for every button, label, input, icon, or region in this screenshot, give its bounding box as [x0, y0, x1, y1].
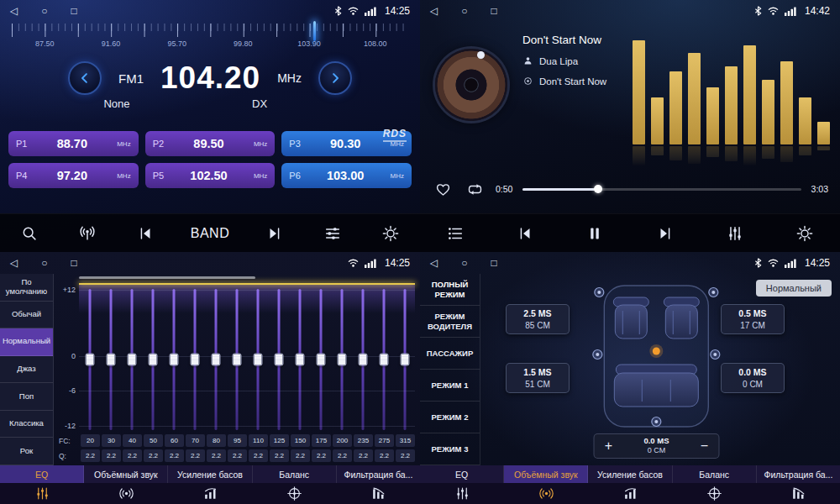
bass-boost-icon[interactable] — [588, 486, 672, 501]
delay-front-left[interactable]: 2.5 MS 85 CM — [506, 304, 570, 334]
surround-mode-item[interactable]: РЕЖИМ 1 — [420, 370, 480, 402]
eq-q-value[interactable]: 2.2 — [144, 449, 163, 462]
eq-slider-handle[interactable] — [106, 354, 115, 366]
back-nav-icon[interactable]: ◁ — [10, 6, 18, 16]
home-nav-icon[interactable]: ○ — [461, 258, 467, 268]
eq-slider-handle[interactable] — [379, 354, 388, 366]
eq-band-slider[interactable] — [163, 289, 184, 430]
tab-bass-boost[interactable]: Усиление басов — [588, 465, 672, 483]
eq-q-value[interactable]: 2.2 — [102, 449, 121, 462]
band-button[interactable]: BAND — [191, 226, 229, 241]
sound-preset-button[interactable]: Нормальный — [756, 280, 832, 297]
tab-balance[interactable]: Баланс — [253, 465, 337, 483]
eq-band-slider[interactable] — [394, 289, 415, 430]
tab-filter[interactable]: Фильтрация ба... — [337, 465, 420, 483]
eq-slider-handle[interactable] — [190, 354, 199, 366]
playlist-button[interactable] — [443, 221, 468, 246]
bass-boost-icon[interactable] — [168, 486, 252, 501]
eq-band-slider[interactable] — [331, 289, 352, 430]
eq-q-value[interactable]: 2.2 — [354, 449, 373, 462]
surround-mode-item[interactable]: РЕЖИМ 3 — [420, 433, 480, 465]
eq-slider-handle[interactable] — [358, 354, 367, 366]
eq-preset-item[interactable]: Обычай — [0, 302, 53, 329]
delay-rear-left[interactable]: 1.5 MS 51 CM — [506, 363, 570, 393]
repeat-button[interactable] — [464, 178, 486, 200]
eq-slider-handle[interactable] — [127, 354, 136, 366]
favorite-button[interactable] — [432, 178, 454, 200]
eq-preset-item[interactable]: Рок — [0, 438, 53, 465]
eq-preset-item[interactable]: По умолчанию — [0, 274, 53, 302]
tab-eq[interactable]: EQ — [0, 465, 84, 483]
station-search-button[interactable] — [17, 221, 42, 246]
eq-preset-item[interactable]: Нормальный — [0, 328, 53, 356]
dx-mode-label[interactable]: DX — [252, 97, 267, 110]
settings-gear-button[interactable] — [792, 221, 817, 246]
eq-q-value[interactable]: 2.2 — [81, 449, 100, 462]
tab-bass-boost[interactable]: Усиление басов — [168, 465, 252, 483]
eq-fc-value[interactable]: 20 — [81, 434, 100, 447]
eq-slider-handle[interactable] — [253, 354, 262, 366]
eq-band-slider[interactable] — [184, 289, 205, 430]
eq-slider-handle[interactable] — [316, 354, 325, 366]
eq-band-slider[interactable] — [310, 289, 331, 430]
radio-broadcast-button[interactable] — [75, 221, 100, 246]
tab-surround[interactable]: Объёмный звук — [84, 465, 168, 483]
eq-sliders-icon[interactable] — [0, 486, 84, 501]
eq-q-value[interactable]: 2.2 — [207, 449, 226, 462]
delay-front-right[interactable]: 0.5 MS 17 CM — [721, 304, 785, 334]
delay-rear-right[interactable]: 0.0 MS 0 CM — [721, 363, 785, 393]
eq-band-slider[interactable] — [205, 289, 226, 430]
eq-q-value[interactable]: 2.2 — [249, 449, 268, 462]
preset-button-p4[interactable]: P497.20MHz — [8, 163, 139, 188]
eq-q-value[interactable]: 2.2 — [375, 449, 394, 462]
eq-band-slider[interactable] — [352, 289, 373, 430]
eq-fc-value[interactable]: 95 — [228, 434, 247, 447]
next-station-button[interactable] — [262, 221, 287, 246]
recents-nav-icon[interactable]: □ — [491, 258, 496, 268]
eq-fc-value[interactable]: 315 — [396, 434, 415, 447]
eq-fc-value[interactable]: 235 — [354, 434, 373, 447]
eq-scrollbar[interactable] — [79, 276, 255, 279]
home-nav-icon[interactable]: ○ — [41, 258, 47, 268]
eq-preset-item[interactable]: Классика — [0, 411, 53, 438]
seek-bar[interactable] — [522, 188, 801, 191]
surround-mode-item[interactable]: РЕЖИМ ВОДИТЕЛЯ — [420, 306, 480, 338]
surround-sound-icon[interactable] — [504, 486, 588, 501]
previous-station-button[interactable] — [133, 221, 158, 246]
eq-band-slider[interactable] — [373, 289, 394, 430]
eq-fc-value[interactable]: 200 — [333, 434, 352, 447]
eq-band-slider[interactable] — [226, 289, 247, 430]
eq-q-value[interactable]: 2.2 — [228, 449, 247, 462]
back-nav-icon[interactable]: ◁ — [430, 258, 438, 268]
equalizer-button[interactable] — [722, 221, 748, 246]
eq-fc-value[interactable]: 150 — [291, 434, 310, 447]
progress-thumb[interactable] — [594, 185, 602, 193]
back-nav-icon[interactable]: ◁ — [430, 6, 438, 16]
filter-bars-icon[interactable] — [336, 486, 420, 501]
surround-sound-icon[interactable] — [84, 486, 168, 501]
next-track-button[interactable] — [653, 221, 678, 246]
eq-band-slider[interactable] — [121, 289, 142, 430]
eq-slider-handle[interactable] — [295, 354, 304, 366]
eq-band-slider[interactable] — [100, 289, 121, 430]
eq-fc-value[interactable]: 50 — [144, 434, 163, 447]
balance-target-icon[interactable] — [672, 486, 756, 501]
home-nav-icon[interactable]: ○ — [461, 6, 467, 16]
tab-balance[interactable]: Баланс — [673, 465, 757, 483]
eq-slider-handle[interactable] — [400, 354, 409, 366]
eq-fc-value[interactable]: 110 — [249, 434, 268, 447]
surround-mode-item[interactable]: РЕЖИМ 2 — [420, 402, 480, 433]
preset-button-p6[interactable]: P6103.00MHz — [281, 163, 412, 188]
eq-fc-value[interactable]: 80 — [207, 434, 226, 447]
eq-slider-handle[interactable] — [85, 354, 94, 366]
eq-q-value[interactable]: 2.2 — [270, 449, 289, 462]
preset-button-p1[interactable]: P188.70MHz — [8, 131, 139, 156]
eq-fc-value[interactable]: 30 — [102, 434, 121, 447]
recents-nav-icon[interactable]: □ — [491, 6, 496, 16]
eq-q-value[interactable]: 2.2 — [165, 449, 184, 462]
settings-gear-button[interactable] — [378, 221, 403, 246]
eq-band-slider[interactable] — [247, 289, 268, 430]
eq-q-value[interactable]: 2.2 — [312, 449, 331, 462]
eq-fc-value[interactable]: 125 — [270, 434, 289, 447]
surround-mode-item[interactable]: ПАССАЖИР — [420, 338, 480, 370]
